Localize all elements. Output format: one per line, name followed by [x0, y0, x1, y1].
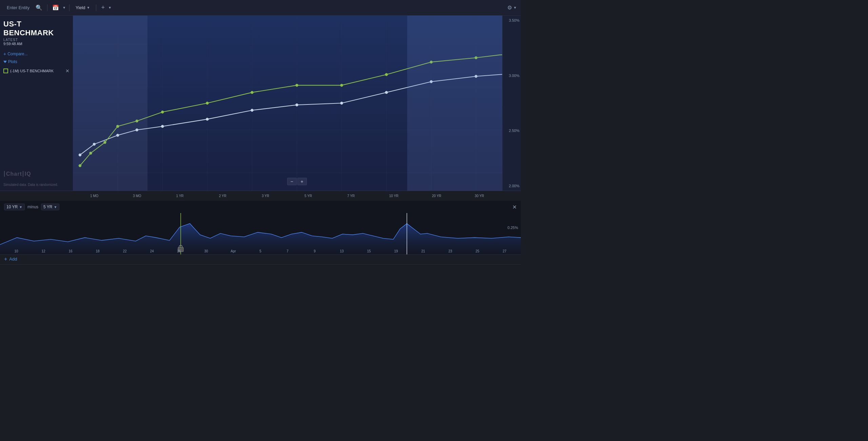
compare-label: Compare...: [7, 52, 27, 56]
selector1-label: 10 YR: [6, 205, 18, 209]
y-label-3: 2.50%: [504, 129, 519, 133]
svg-point-19: [206, 118, 209, 120]
svg-point-14: [79, 153, 81, 156]
svg-point-18: [161, 125, 164, 128]
compare-button[interactable]: + Compare...: [3, 51, 70, 57]
settings-chevron-icon: ▼: [513, 6, 517, 9]
zoom-controls: − +: [287, 178, 307, 185]
x-label-1mo: 1 MO: [73, 194, 116, 198]
x-label-5yr: 5 YR: [287, 194, 330, 198]
y-label-1: 3.50%: [504, 18, 519, 22]
plots-label: Plots: [8, 59, 17, 64]
add-button[interactable]: + Add: [0, 254, 521, 264]
selector2-chevron-icon: ▼: [54, 205, 57, 209]
lower-close-button[interactable]: ✕: [512, 204, 517, 210]
svg-point-15: [93, 143, 96, 146]
add-plus-icon: +: [4, 256, 7, 262]
lower-minus-label: minus: [27, 205, 38, 209]
svg-point-25: [475, 75, 477, 78]
lower-x-30: 30: [193, 249, 220, 253]
y-label-4: 2.00%: [504, 184, 519, 188]
lower-x-10: 10: [3, 249, 30, 253]
x-label-1yr: 1 YR: [158, 194, 201, 198]
lower-section: 10 YR ▼ minus 5 YR ▼ ✕: [0, 201, 521, 254]
lower-chart[interactable]: 0.25% 10 12 16 18 22 24 26 30 Apr 5 7 9 …: [0, 213, 521, 254]
lower-x-16: 16: [57, 249, 84, 253]
zoom-in-button[interactable]: +: [297, 178, 307, 185]
lower-selector-2[interactable]: 5 YR ▼: [41, 204, 59, 210]
top-nav: Enter Entity 🔍 📅 ▼ Yield ▼ + ▼ ⚙ ▼: [0, 0, 521, 16]
lower-x-22: 22: [111, 249, 138, 253]
lower-x-19: 19: [382, 249, 410, 253]
plot-close-button[interactable]: ✕: [65, 68, 70, 74]
svg-point-37: [385, 73, 388, 76]
calendar-icon[interactable]: 📅: [51, 3, 60, 12]
zoom-out-button[interactable]: −: [287, 178, 297, 185]
x-label-3yr: 3 YR: [244, 194, 287, 198]
yield-button[interactable]: Yield ▼: [73, 4, 93, 12]
y-axis: 3.50% 3.00% 2.50% 2.00%: [502, 16, 521, 191]
lower-y-label: 0.25%: [508, 226, 518, 230]
nav-divider2: [69, 4, 70, 11]
svg-point-33: [206, 102, 209, 104]
entity-input[interactable]: Enter Entity: [4, 4, 32, 12]
latest-time: 9:59:48 AM: [3, 42, 70, 46]
lower-selector-1[interactable]: 10 YR ▼: [4, 204, 25, 210]
add-icon[interactable]: +: [100, 3, 106, 13]
chart-canvas[interactable]: 3.50% 3.00% 2.50% 2.00% − +: [73, 16, 521, 191]
chartiq-logo: ChartIQ: [3, 171, 31, 177]
svg-point-20: [251, 109, 253, 112]
svg-point-21: [295, 103, 298, 106]
x-axis-inner: 1 MO 3 MO 1 YR 2 YR 3 YR 5 YR 7 YR 10 YR…: [73, 194, 519, 198]
svg-point-35: [295, 84, 298, 87]
gear-icon: ⚙: [507, 4, 512, 11]
search-icon[interactable]: 🔍: [34, 3, 44, 12]
selector1-chevron-icon: ▼: [19, 205, 22, 209]
x-label-2yr: 2 YR: [201, 194, 244, 198]
lower-x-18: 18: [84, 249, 111, 253]
x-label-10yr: 10 YR: [372, 194, 415, 198]
left-panel: US-T BENCHMARK LATEST 9:59:48 AM + Compa…: [0, 16, 73, 191]
footer-section: + Add Share: [0, 254, 521, 265]
settings-button[interactable]: ⚙ ▼: [507, 4, 517, 11]
plot-color-indicator: [3, 69, 8, 73]
share-button[interactable]: Share: [0, 264, 521, 265]
plots-toggle[interactable]: Plots: [3, 59, 70, 64]
svg-point-29: [103, 141, 106, 144]
add-chevron-icon[interactable]: ▼: [108, 6, 112, 9]
svg-point-22: [340, 102, 343, 104]
logo-suffix: IQ: [23, 171, 31, 177]
svg-point-28: [89, 152, 92, 154]
svg-point-17: [136, 129, 138, 131]
chart-svg: [73, 16, 521, 191]
lower-x-labels: 10 12 16 18 22 24 26 30 Apr 5 7 9 13 15 …: [0, 249, 521, 253]
lower-x-24: 24: [138, 249, 165, 253]
svg-point-31: [136, 119, 138, 122]
svg-point-27: [79, 164, 81, 167]
x-label-3mo: 3 MO: [116, 194, 158, 198]
svg-point-16: [116, 134, 119, 137]
svg-point-24: [430, 80, 433, 83]
compare-plus-icon: +: [3, 51, 6, 57]
latest-label: LATEST: [3, 38, 70, 42]
plots-triangle-icon: [3, 61, 7, 63]
chart-title: US-T BENCHMARK: [3, 20, 70, 37]
add-label: Add: [9, 256, 17, 262]
yield-chevron-icon: ▼: [87, 6, 90, 9]
logo-text: Chart: [4, 171, 22, 177]
lower-chart-svg: [0, 213, 521, 254]
lower-x-apr: Apr: [220, 249, 247, 253]
plot-item: (-1M) US-T BENCHMARK ✕: [3, 68, 70, 74]
svg-point-30: [116, 125, 119, 128]
selector2-label: 5 YR: [43, 205, 52, 209]
lower-x-13: 13: [328, 249, 355, 253]
lower-x-9: 9: [301, 249, 328, 253]
lower-x-5: 5: [247, 249, 274, 253]
lower-x-23: 23: [437, 249, 464, 253]
svg-point-36: [340, 84, 343, 87]
svg-point-23: [385, 91, 388, 94]
plot-item-label: (-1M) US-T BENCHMARK: [10, 69, 54, 73]
lower-x-12: 12: [30, 249, 57, 253]
x-axis: 1 MO 3 MO 1 YR 2 YR 3 YR 5 YR 7 YR 10 YR…: [0, 191, 521, 201]
calendar-chevron-icon[interactable]: ▼: [62, 6, 66, 9]
